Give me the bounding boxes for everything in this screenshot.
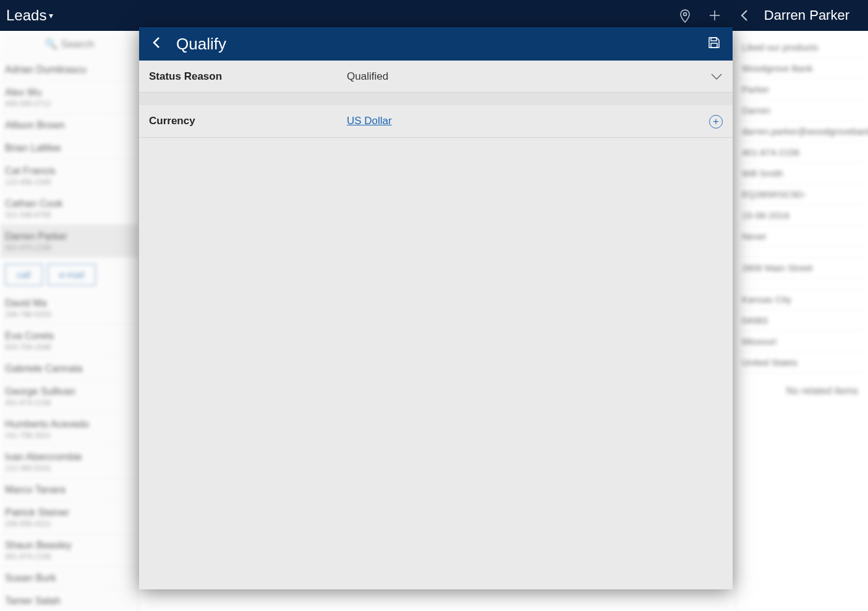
detail-row: Liked our products <box>739 37 864 58</box>
detail-row: EQ2B5RSC9D- <box>739 184 864 205</box>
chevron-down-icon <box>705 69 723 83</box>
currency-label: Currency <box>149 115 347 127</box>
add-currency-button[interactable]: + <box>705 114 723 129</box>
list-item[interactable]: David Ma206-788-5253 <box>0 292 138 324</box>
detail-row: Darren <box>739 100 864 121</box>
list-item[interactable]: Alex Wu405-555-0712 <box>0 81 138 114</box>
status-reason-label: Status Reason <box>149 70 347 83</box>
detail-row: Parker <box>739 79 864 100</box>
leads-list-panel: 🔍 Search Adrian DumitrascuAlex Wu405-555… <box>0 31 139 611</box>
list-item[interactable]: Gabriele Cannata <box>0 357 138 380</box>
currency-value[interactable]: US Dollar <box>347 115 705 127</box>
svg-point-0 <box>683 13 686 16</box>
list-item[interactable]: Eva Corets503-704-2546 <box>0 324 138 357</box>
entity-title: Leads <box>6 7 46 24</box>
list-item[interactable]: Tamer Salah <box>0 589 138 611</box>
status-reason-value: Qualified <box>347 70 705 83</box>
right-panel: Liked our productsWoodgrove BankParkerDa… <box>735 31 868 611</box>
search-placeholder: Search <box>61 38 95 51</box>
modal-body: Status Reason Qualified Currency US Doll… <box>139 61 733 589</box>
detail-row: Woodgrove Bank <box>739 58 864 79</box>
modal-title: Qualify <box>176 35 226 54</box>
back-chevron-icon[interactable] <box>730 1 759 30</box>
list-item[interactable]: Susan Burk <box>0 567 138 589</box>
detail-row <box>739 247 864 258</box>
modal-header: Qualify <box>139 27 733 61</box>
detail-row: United States <box>739 352 864 373</box>
detail-row: 15-06-2016 <box>739 205 864 226</box>
status-reason-field[interactable]: Status Reason Qualified <box>139 61 733 93</box>
detail-row: Never <box>739 226 864 247</box>
detail-row: 2800 Main Street <box>739 258 864 279</box>
detail-row <box>739 279 864 289</box>
chevron-down-icon: ▾ <box>49 11 53 20</box>
qualify-modal: Qualify Status Reason Qualified Currency… <box>139 27 733 589</box>
list-item[interactable]: Darren Parker401-874-2156 <box>0 225 138 258</box>
detail-row: 04983 <box>739 310 864 331</box>
list-item[interactable]: Marco Tanara <box>0 478 138 501</box>
list-item[interactable]: George Sullivan401-874-2156 <box>0 380 138 413</box>
no-related-items: No related items <box>739 386 864 397</box>
list-item[interactable]: Shaun Beasley401-874-2156 <box>0 534 138 567</box>
list-item[interactable]: Patrick Steiner206-555-4321 <box>0 501 138 534</box>
record-name: Darren Parker <box>764 7 849 23</box>
app-header: Leads ▾ Darren Parker <box>0 0 868 31</box>
entity-dropdown[interactable]: Leads ▾ <box>6 7 53 24</box>
list-item[interactable]: Adrian Dumitrascu <box>0 58 138 81</box>
svg-rect-4 <box>711 43 717 48</box>
list-item[interactable]: Cat Francis123-456-2345 <box>0 159 138 192</box>
modal-back-button[interactable] <box>147 35 166 53</box>
list-item[interactable]: Brian LaMee <box>0 137 138 159</box>
currency-field[interactable]: Currency US Dollar + <box>139 105 733 138</box>
action-row: calle-mail <box>0 258 138 292</box>
list-item[interactable]: Allison Brown <box>0 114 138 137</box>
email-button[interactable]: e-mail <box>48 264 96 285</box>
search-row[interactable]: 🔍 Search <box>0 31 138 58</box>
detail-row: Will Smith <box>739 163 864 184</box>
detail-row: 401-874-2156 <box>739 142 864 163</box>
list-item[interactable]: Cathan Cook321-546-8765 <box>0 192 138 225</box>
save-button[interactable] <box>703 36 725 53</box>
detail-row: darren.parker@woodgrovebank <box>739 121 864 142</box>
add-icon[interactable] <box>700 1 730 30</box>
detail-row: Missouri <box>739 331 864 352</box>
list-item[interactable]: Ivan Abercrombie212-393-5241 <box>0 445 138 478</box>
svg-rect-3 <box>711 38 717 41</box>
search-icon: 🔍 <box>45 38 57 51</box>
detail-row: Kansas City <box>739 289 864 310</box>
call-button[interactable]: call <box>5 264 43 285</box>
list-item[interactable]: Humberto Acevedo241-758-3521 <box>0 413 138 445</box>
location-icon[interactable] <box>670 1 700 30</box>
